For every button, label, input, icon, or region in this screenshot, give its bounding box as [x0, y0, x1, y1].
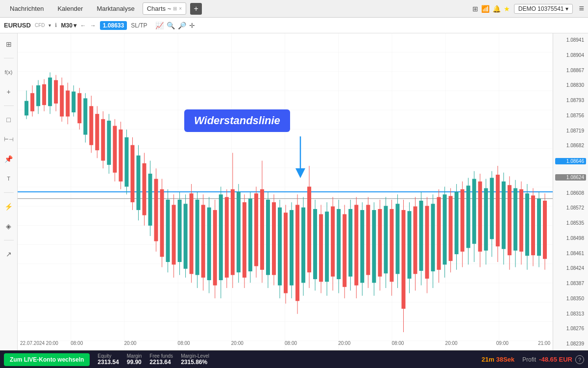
plus-icon[interactable]: + [2, 85, 16, 99]
countdown-timer: 21m 38Sek [482, 356, 514, 363]
rectangle-icon[interactable]: □ [2, 113, 16, 127]
nav-forward-icon[interactable]: → [90, 22, 96, 29]
pin-icon[interactable]: 📌 [2, 152, 16, 166]
svg-rect-184 [543, 201, 547, 259]
svg-rect-44 [130, 145, 134, 202]
svg-rect-42 [124, 137, 128, 187]
svg-rect-82 [243, 202, 246, 278]
symbol-dropdown-icon[interactable]: ▾ [49, 23, 51, 28]
svg-text:20:00: 20:00 [231, 341, 244, 346]
svg-text:22.07.2024 20:00: 22.07.2024 20:00 [20, 341, 58, 346]
profit-value: -48.65 EUR [539, 356, 572, 363]
nav-kalender[interactable]: Kalender [51, 3, 89, 14]
demo-account-button[interactable]: DEMO 10375541 ▾ [514, 4, 573, 14]
measure-icon[interactable]: ⊢⊣ [2, 132, 16, 146]
nav-nachrichten[interactable]: Nachrichten [4, 3, 49, 14]
svg-rect-62 [184, 204, 188, 268]
charts-tab-copy-icon[interactable]: ⊞ [173, 6, 177, 11]
svg-rect-66 [196, 200, 199, 275]
charts-tab-close-icon[interactable]: × [179, 6, 182, 11]
svg-rect-146 [431, 204, 435, 271]
zoom-in-icon[interactable]: 🔎 [178, 22, 186, 29]
svg-rect-134 [395, 204, 399, 274]
price-level-15: 1.08424 [555, 265, 586, 271]
svg-rect-158 [466, 185, 470, 248]
charts-tab-label: Charts ~ [147, 5, 172, 12]
svg-rect-122 [360, 210, 364, 283]
svg-rect-162 [478, 182, 482, 252]
timeframe-selector[interactable]: M30 ▾ [61, 22, 76, 29]
sidebar-divider-2 [4, 105, 14, 106]
price-level-8: 1.08682 [555, 143, 586, 148]
svg-rect-156 [461, 189, 465, 252]
add-chart-button[interactable]: + [190, 3, 202, 15]
crosshair-icon[interactable]: ✛ [189, 22, 195, 29]
sltp-label[interactable]: SL/TP [131, 22, 147, 29]
symbol-type: CFD [35, 23, 45, 28]
symbol-name[interactable]: EURUSD [4, 22, 31, 29]
svg-text:20:00: 20:00 [338, 341, 350, 346]
monitor-icon[interactable]: ⊞ [472, 5, 478, 13]
svg-rect-150 [443, 194, 447, 264]
current-price-label: 1.08624 [555, 174, 586, 181]
svg-rect-124 [366, 205, 370, 275]
wifi-icon[interactable]: 📶 [481, 5, 490, 13]
resistance-arrow [293, 136, 308, 183]
svg-rect-90 [266, 200, 270, 275]
equity-stat: Equity 2313.54 [98, 353, 119, 366]
share-icon[interactable]: ↗ [2, 247, 16, 261]
svg-rect-104 [307, 186, 311, 272]
svg-rect-38 [113, 126, 117, 173]
price-axis: 1.08941 1.08904 1.08867 1.08830 1.08793 … [553, 33, 588, 350]
equity-value: 2313.54 [98, 359, 119, 366]
svg-text:08:00: 08:00 [285, 341, 297, 346]
svg-rect-54 [160, 189, 164, 257]
resistance-price-label: 1.08646 [555, 158, 586, 164]
menu-hamburger-icon[interactable]: ≡ [579, 3, 584, 14]
sidebar-divider-1 [4, 58, 14, 58]
price-level-16: 1.08387 [555, 281, 586, 286]
svg-rect-130 [384, 206, 388, 274]
star-icon[interactable]: ★ [504, 5, 510, 13]
svg-rect-152 [449, 196, 453, 261]
svg-rect-48 [142, 163, 146, 215]
nav-marktanalyse[interactable]: Marktanalyse [91, 3, 140, 14]
profit-label: Profit [522, 356, 536, 363]
nav-back-icon[interactable]: ← [80, 22, 86, 29]
chart-area[interactable]: 22.07.2024 20:00 08:00 20:00 08:00 20:00… [18, 33, 553, 350]
zoom-out-icon[interactable]: 🔍 [167, 22, 175, 29]
main-content: ⊞ f(x) + □ ⊢⊣ 📌 T ⚡ ◈ ↗ [0, 33, 588, 350]
svg-rect-28 [83, 98, 87, 134]
margin-level-stat: Margin-Level 2315.86% [181, 353, 209, 366]
text-icon[interactable]: T [2, 172, 16, 185]
line-tool-icon[interactable]: 📈 [155, 22, 164, 29]
symbol-info-icon[interactable]: ℹ [55, 22, 57, 28]
bell-icon[interactable]: 🔔 [492, 5, 501, 13]
indicator-icon[interactable]: ⚡ [2, 200, 16, 213]
equity-label: Equity [98, 353, 119, 359]
account-dropdown-icon: ▾ [565, 5, 568, 12]
price-level-5: 1.08793 [555, 98, 586, 103]
function-icon[interactable]: f(x) [2, 65, 16, 79]
help-icon[interactable]: ? [575, 355, 584, 364]
nav-right: ⊞ 📶 🔔 ★ DEMO 10375541 ▾ ≡ [472, 3, 584, 14]
svg-rect-140 [413, 207, 417, 274]
svg-rect-128 [378, 209, 382, 277]
svg-text:08:00: 08:00 [178, 341, 190, 346]
margin-label: Margin [127, 353, 142, 359]
svg-text:20:00: 20:00 [124, 341, 136, 346]
sidebar-divider-3 [4, 192, 14, 193]
svg-rect-56 [166, 200, 170, 262]
layers-icon[interactable]: ◈ [2, 219, 16, 233]
toolbar-icons: 📈 🔍 🔎 ✛ [155, 22, 195, 29]
svg-rect-96 [284, 212, 288, 293]
svg-rect-106 [313, 209, 317, 279]
profit-section: Profit -48.65 EUR ? [522, 355, 584, 364]
svg-rect-36 [107, 121, 111, 165]
grid-icon[interactable]: ⊞ [2, 37, 16, 51]
svg-rect-108 [319, 214, 323, 282]
price-level-2: 1.08904 [555, 53, 586, 58]
charts-tab[interactable]: Charts ~ ⊞ × [143, 2, 186, 15]
live-account-button[interactable]: Zum LIVE-Konto wechseln [4, 353, 90, 366]
svg-rect-24 [72, 92, 75, 112]
